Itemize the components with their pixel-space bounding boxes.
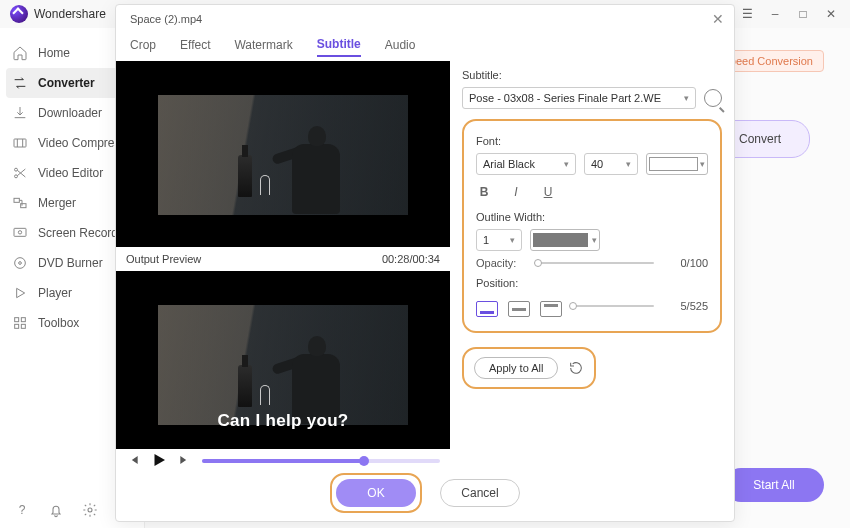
position-top-icon[interactable] xyxy=(540,301,562,317)
position-value: 5/525 xyxy=(662,300,708,312)
outline-label: Outline Width: xyxy=(476,211,708,223)
sidebar-label: Video Editor xyxy=(38,166,103,180)
italic-toggle[interactable]: I xyxy=(508,185,524,199)
svg-point-7 xyxy=(15,258,26,269)
scissors-icon xyxy=(12,165,28,181)
minimize-icon[interactable]: – xyxy=(768,7,782,21)
converter-icon xyxy=(12,75,28,91)
font-family-select[interactable]: Arial Black▾ xyxy=(476,153,576,175)
svg-point-1 xyxy=(15,168,18,171)
position-middle-icon[interactable] xyxy=(508,301,530,317)
chevron-down-icon: ▾ xyxy=(700,159,705,169)
edit-modal: Space (2).mp4 ✕ Crop Effect Watermark Su… xyxy=(115,4,735,522)
chevron-down-icon: ▾ xyxy=(564,159,569,169)
screen-recorder-icon xyxy=(12,225,28,241)
source-preview xyxy=(116,61,450,247)
apply-to-all-button[interactable]: Apply to All xyxy=(474,357,558,379)
sidebar-label: Downloader xyxy=(38,106,102,120)
font-size-select[interactable]: 40▾ xyxy=(584,153,638,175)
search-icon[interactable] xyxy=(704,89,722,107)
underline-toggle[interactable]: U xyxy=(540,185,556,199)
tab-crop[interactable]: Crop xyxy=(130,38,156,56)
bell-icon[interactable] xyxy=(48,502,64,518)
tab-subtitle[interactable]: Subtitle xyxy=(317,37,361,57)
preview-caption: Can I help you? xyxy=(116,411,450,431)
svg-rect-4 xyxy=(21,204,26,208)
timecode: 00:28/00:34 xyxy=(382,253,440,265)
cancel-button[interactable]: Cancel xyxy=(440,479,520,507)
tab-watermark[interactable]: Watermark xyxy=(234,38,292,56)
ok-button[interactable]: OK xyxy=(336,479,416,507)
merger-icon xyxy=(12,195,28,211)
play-icon xyxy=(12,285,28,301)
compress-icon xyxy=(12,135,28,151)
subtitle-label: Subtitle: xyxy=(462,69,722,81)
disc-icon xyxy=(12,255,28,271)
reset-icon[interactable] xyxy=(568,360,584,376)
ok-highlight: OK xyxy=(330,473,422,513)
sidebar-label: Merger xyxy=(38,196,76,210)
sidebar-label: Video Compress xyxy=(38,136,127,150)
position-slider[interactable] xyxy=(570,305,654,307)
sidebar-label: Home xyxy=(38,46,70,60)
outline-color-select[interactable]: ▾ xyxy=(530,229,600,251)
grid-icon xyxy=(12,315,28,331)
chevron-down-icon: ▾ xyxy=(626,159,631,169)
svg-point-2 xyxy=(15,175,18,178)
chevron-down-icon: ▾ xyxy=(592,235,597,245)
prev-frame-icon[interactable] xyxy=(126,453,140,470)
hamburger-icon[interactable]: ☰ xyxy=(740,7,754,21)
font-size-value: 40 xyxy=(591,158,603,170)
close-icon[interactable]: ✕ xyxy=(712,5,724,33)
svg-point-14 xyxy=(88,508,92,512)
svg-rect-11 xyxy=(21,318,25,322)
preview-pane: Output Preview 00:28/00:34 Can I help yo… xyxy=(116,61,450,473)
apply-to-all-group: Apply to All xyxy=(462,347,596,389)
modal-filename: Space (2).mp4 xyxy=(130,5,202,33)
font-label: Font: xyxy=(476,135,708,147)
app-logo-icon xyxy=(10,5,28,23)
opacity-label: Opacity: xyxy=(476,257,528,269)
settings-icon[interactable] xyxy=(82,502,98,518)
tab-effect[interactable]: Effect xyxy=(180,38,210,56)
font-family-value: Arial Black xyxy=(483,158,535,170)
app-title-bar: Wondershare xyxy=(0,0,106,28)
outline-width-value: 1 xyxy=(483,234,489,246)
svg-point-8 xyxy=(19,262,22,265)
outline-width-select[interactable]: 1▾ xyxy=(476,229,522,251)
svg-rect-5 xyxy=(14,228,26,236)
font-color-select[interactable]: ▾ xyxy=(646,153,708,175)
maximize-icon[interactable]: □ xyxy=(796,7,810,21)
font-settings-group: Font: Arial Black▾ 40▾ ▾ B I U Outline W… xyxy=(462,119,722,333)
download-icon xyxy=(12,105,28,121)
chevron-down-icon: ▾ xyxy=(510,235,515,245)
subtitle-select-value: Pose - 03x08 - Series Finale Part 2.WE xyxy=(469,92,661,104)
modal-tabs: Crop Effect Watermark Subtitle Audio xyxy=(116,33,734,61)
app-name: Wondershare xyxy=(34,7,106,21)
position-bottom-icon[interactable] xyxy=(476,301,498,317)
window-controls: ☰ – □ ✕ xyxy=(728,0,850,28)
svg-rect-10 xyxy=(15,318,19,322)
bold-toggle[interactable]: B xyxy=(476,185,492,199)
opacity-slider[interactable] xyxy=(536,262,654,264)
start-all-button[interactable]: Start All xyxy=(724,468,824,502)
chevron-down-icon: ▾ xyxy=(684,93,689,103)
progress-slider[interactable] xyxy=(202,459,440,463)
next-frame-icon[interactable] xyxy=(178,453,192,470)
sidebar-label: Player xyxy=(38,286,72,300)
close-window-icon[interactable]: ✕ xyxy=(824,7,838,21)
output-preview-label: Output Preview xyxy=(126,253,201,265)
tab-audio[interactable]: Audio xyxy=(385,38,416,56)
svg-point-6 xyxy=(18,231,21,234)
transport-bar xyxy=(116,449,450,473)
sidebar-label: DVD Burner xyxy=(38,256,103,270)
sidebar-label: Converter xyxy=(38,76,95,90)
help-icon[interactable]: ? xyxy=(14,502,30,518)
subtitle-select[interactable]: Pose - 03x08 - Series Finale Part 2.WE ▾ xyxy=(462,87,696,109)
position-label: Position: xyxy=(476,277,708,289)
output-preview: Can I help you? xyxy=(116,271,450,451)
home-icon xyxy=(12,45,28,61)
options-pane: Subtitle: Pose - 03x08 - Series Finale P… xyxy=(462,65,722,473)
play-button-icon[interactable] xyxy=(150,451,168,472)
opacity-value: 0/100 xyxy=(662,257,708,269)
